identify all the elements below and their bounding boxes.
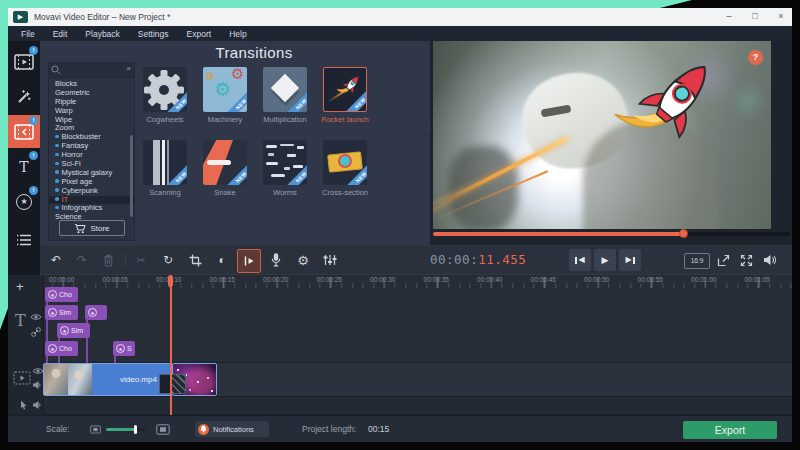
- seek-bar[interactable]: [433, 232, 790, 236]
- tile-label: Machinery: [201, 115, 249, 124]
- volume-button[interactable]: [759, 249, 781, 271]
- transition-wizard-icon: [243, 255, 255, 267]
- playhead-handle[interactable]: [168, 275, 173, 287]
- properties-button[interactable]: [319, 249, 341, 271]
- undock-player-button[interactable]: [712, 249, 734, 271]
- new-ribbon: NEW: [225, 90, 247, 112]
- clip-thumbnail: [68, 364, 92, 395]
- new-dot-icon: [55, 135, 59, 139]
- title-clip[interactable]: ★: [85, 305, 107, 320]
- cross-section-thumbnail: NEW: [323, 140, 367, 185]
- title-clip[interactable]: ★ S: [113, 341, 135, 356]
- transition-tile-cogwheels[interactable]: NEW Cogwheels: [143, 67, 191, 124]
- transition-clip-icon: [14, 124, 34, 140]
- title-clip[interactable]: ★ Cho: [45, 341, 78, 356]
- transitions-panel: Transitions × Blocks Geometric Ripple Wa…: [40, 41, 430, 245]
- mute-icon[interactable]: [32, 380, 42, 390]
- video-clip[interactable]: video.mp4: [43, 363, 173, 396]
- link-icon[interactable]: [31, 327, 41, 337]
- transition-tile-worms[interactable]: NEW Worms: [263, 140, 311, 197]
- tile-label: Cross-section: [321, 188, 369, 197]
- new-dot-icon: [55, 153, 59, 157]
- zoom-out-film-icon[interactable]: [90, 425, 101, 434]
- sidebar-item-transitions[interactable]: !: [8, 115, 40, 148]
- redo-button[interactable]: ↷: [71, 249, 93, 271]
- audio-track[interactable]: [44, 397, 792, 414]
- sidebar-item-tracks[interactable]: [8, 223, 40, 256]
- store-button[interactable]: Store: [59, 220, 125, 236]
- mute-icon[interactable]: [32, 400, 42, 410]
- timecode-display: 00:00:11.455: [430, 252, 526, 267]
- record-voice-button[interactable]: [265, 249, 287, 271]
- export-button[interactable]: Export: [683, 421, 777, 439]
- playhead[interactable]: [170, 275, 172, 415]
- notifications-button[interactable]: Notifications: [195, 421, 269, 437]
- clip-stem: [114, 356, 116, 363]
- close-button[interactable]: ×: [770, 8, 792, 26]
- applied-transition[interactable]: [159, 374, 186, 394]
- transition-tile-machinery[interactable]: ⚙ ⚙ ⚙ NEW Machinery: [203, 67, 251, 124]
- transition-wizard-button[interactable]: [237, 249, 261, 273]
- title-clip[interactable]: ★ Cho: [45, 287, 78, 302]
- sidebar-item-stickers[interactable]: ★ !: [8, 185, 40, 218]
- menu-item[interactable]: Settings: [129, 29, 178, 39]
- rocket-launch-thumbnail: NEW: [323, 67, 367, 112]
- ruler-label: 00:00:20: [249, 275, 303, 285]
- status-bar: Scale: Notifications Project length: 00:…: [8, 415, 792, 442]
- ruler-label: 00:00:55: [624, 275, 678, 285]
- seek-handle[interactable]: [679, 229, 688, 238]
- delete-button[interactable]: [97, 249, 119, 271]
- microphone-icon: [270, 253, 282, 267]
- add-track-button[interactable]: +: [16, 279, 24, 294]
- transition-tile-cross-section[interactable]: NEW Cross-section: [323, 140, 371, 197]
- rotate-button[interactable]: ↻: [157, 249, 179, 271]
- ruler-label: 00:00:50: [570, 275, 624, 285]
- category-scrollbar[interactable]: [130, 135, 133, 217]
- cursor-icon: [20, 400, 28, 410]
- project-length-value: 00:15: [368, 416, 389, 442]
- new-ribbon: NEW: [165, 90, 187, 112]
- play-button[interactable]: ▶: [594, 249, 616, 271]
- settings-button[interactable]: ⚙: [292, 249, 314, 271]
- zoom-in-film-icon[interactable]: [156, 424, 170, 435]
- sidebar-item-titles[interactable]: T !: [8, 150, 40, 183]
- title-clip[interactable]: ★ Sim: [45, 305, 78, 320]
- eye-icon[interactable]: [30, 313, 42, 321]
- menu-item[interactable]: File: [12, 29, 44, 39]
- previous-frame-button[interactable]: ◀: [569, 249, 591, 271]
- undo-button[interactable]: ↶: [45, 249, 67, 271]
- trash-icon: [103, 254, 114, 267]
- aspect-ratio-button[interactable]: 16:9: [684, 253, 710, 269]
- tile-label: Worms: [261, 188, 309, 197]
- crop-button[interactable]: [184, 249, 206, 271]
- minimize-button[interactable]: –: [718, 8, 740, 26]
- menu-item[interactable]: Edit: [44, 29, 77, 39]
- scale-slider[interactable]: [106, 428, 146, 431]
- title-clip[interactable]: ★ Sim: [57, 323, 90, 338]
- menu-item[interactable]: Export: [178, 29, 221, 39]
- sidebar-item-filters[interactable]: [8, 80, 40, 113]
- transition-tile-snake[interactable]: NEW Snake: [203, 140, 251, 197]
- next-frame-button[interactable]: ▶: [619, 249, 641, 271]
- menu-item[interactable]: Playback: [76, 29, 129, 39]
- transition-tile-rocket-launch[interactable]: NEW Rocket launch: [323, 67, 371, 124]
- menu-item[interactable]: Help: [220, 29, 255, 39]
- help-button[interactable]: ?: [748, 50, 763, 65]
- transition-tile-scanning[interactable]: NEW Scanning: [143, 140, 191, 197]
- sidebar-item-media[interactable]: !: [8, 45, 40, 78]
- timeline-ruler[interactable]: 00:00:0000:00:0500:00:1000:00:1500:00:20…: [35, 275, 784, 285]
- maximize-button[interactable]: □: [744, 8, 766, 26]
- multiplication-thumbnail: NEW: [263, 67, 307, 112]
- star-icon: ★: [48, 308, 57, 317]
- search-input[interactable]: [61, 64, 123, 77]
- fullscreen-button[interactable]: [735, 249, 757, 271]
- category-list: Blocks Geometric Ripple Warp Wipe Zoom B…: [49, 80, 134, 222]
- sidebar: ! ! T ! ★ !: [8, 41, 40, 275]
- search-close-icon[interactable]: ×: [126, 64, 131, 73]
- cut-button[interactable]: ✂: [130, 249, 152, 271]
- transition-tile-multiplication[interactable]: NEW Multiplication: [263, 67, 311, 124]
- scale-slider-handle[interactable]: [134, 425, 137, 434]
- title-bar: ▶ Movavi Video Editor – New Project * – …: [8, 8, 792, 26]
- color-adjust-button[interactable]: ◐: [211, 249, 233, 271]
- cart-icon: [74, 223, 86, 234]
